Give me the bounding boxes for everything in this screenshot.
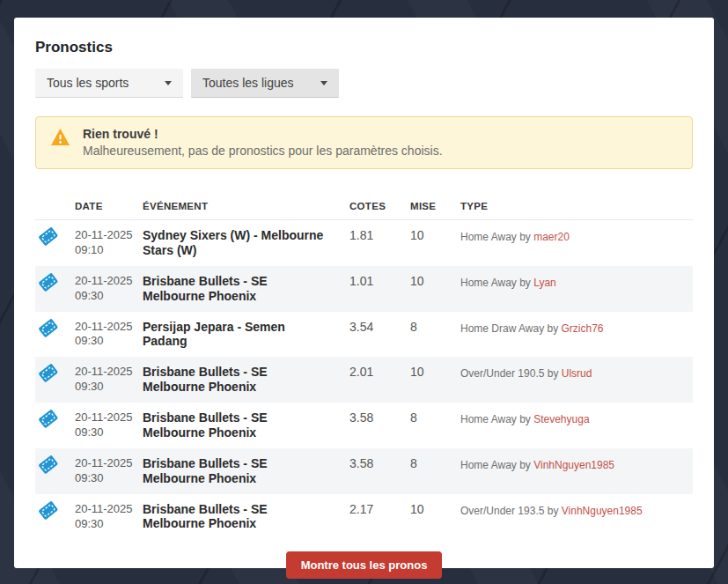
row-time-value: 09:30 <box>75 289 134 304</box>
header-date: DATE <box>75 193 143 220</box>
row-date-value: 20-11-2025 <box>75 274 134 289</box>
row-type-label: Home Draw Away by <box>460 322 558 335</box>
row-date-value: 20-11-2025 <box>75 320 134 335</box>
row-date: 20-11-2025 09:30 <box>75 448 143 494</box>
ticket-icon[interactable] <box>38 317 62 340</box>
ticket-icon[interactable] <box>38 363 62 386</box>
header-type: TYPE <box>460 193 693 220</box>
table-row: 20-11-2025 09:30 Persijap Jepara - Semen… <box>35 312 693 358</box>
row-time-value: 09:30 <box>75 334 134 349</box>
row-type: Home Away by Stevehyuga <box>460 403 693 448</box>
ticket-icon[interactable] <box>38 272 62 295</box>
no-results-alert: Rien trouvé ! Malheureusement, pas de pr… <box>35 116 693 169</box>
table-row: 20-11-2025 09:30 Brisbane Bullets - SE M… <box>35 448 693 494</box>
sport-select[interactable]: Tous les sports <box>35 69 183 98</box>
row-type-label: Home Away by <box>460 459 531 471</box>
row-date-value: 20-11-2025 <box>75 456 134 471</box>
alert-text: Rien trouvé ! Malheureusement, pas de pr… <box>83 127 443 158</box>
row-stake: 10 <box>410 220 460 266</box>
row-event: Sydney Sixers (W) - Melbourne Stars (W) <box>143 220 349 266</box>
table-row: 20-11-2025 09:30 Brisbane Bullets - SE M… <box>35 403 693 448</box>
page-title: Pronostics <box>35 39 693 56</box>
row-icon-cell <box>35 266 75 312</box>
user-link[interactable]: Lyan <box>533 277 556 289</box>
user-link[interactable]: maer20 <box>533 231 570 243</box>
sport-select-value: Tous les sports <box>47 76 129 90</box>
row-time-value: 09:10 <box>75 243 134 258</box>
row-stake: 8 <box>410 403 460 448</box>
row-icon-cell <box>35 312 75 358</box>
row-type: Home Draw Away by Grzich76 <box>460 312 693 358</box>
row-type-label: Home Away by <box>460 231 531 243</box>
show-all-pronos-button[interactable]: Montre tous les pronos <box>286 551 443 579</box>
row-event: Brisbane Bullets - SE Melbourne Phoenix <box>143 357 349 403</box>
ticket-icon[interactable] <box>38 499 62 522</box>
row-date: 20-11-2025 09:30 <box>75 494 143 540</box>
row-date: 20-11-2025 09:30 <box>75 357 143 403</box>
row-odds: 2.17 <box>349 494 410 540</box>
table-row: 20-11-2025 09:30 Brisbane Bullets - SE M… <box>35 357 693 403</box>
row-event: Brisbane Bullets - SE Melbourne Phoenix <box>143 448 349 494</box>
row-icon-cell <box>35 220 75 266</box>
row-date: 20-11-2025 09:30 <box>75 403 143 448</box>
row-date: 20-11-2025 09:10 <box>75 220 143 266</box>
row-stake: 8 <box>410 448 460 494</box>
row-icon-cell <box>35 494 75 540</box>
row-time-value: 09:30 <box>75 380 134 395</box>
row-event: Brisbane Bullets - SE Melbourne Phoenix <box>143 494 349 540</box>
alert-message: Malheureusement, pas de pronostics pour … <box>83 144 443 158</box>
row-event: Brisbane Bullets - SE Melbourne Phoenix <box>143 266 349 312</box>
league-select[interactable]: Toutes les ligues <box>191 69 339 98</box>
row-date: 20-11-2025 09:30 <box>75 266 143 312</box>
user-link[interactable]: Stevehyuga <box>533 413 589 425</box>
row-type-label: Home Away by <box>460 277 531 289</box>
row-event: Brisbane Bullets - SE Melbourne Phoenix <box>143 403 349 448</box>
row-odds: 1.01 <box>349 266 410 312</box>
row-type: Over/Under 193.5 by VinhNguyen1985 <box>460 494 693 540</box>
row-date-value: 20-11-2025 <box>75 502 134 517</box>
user-link[interactable]: VinhNguyen1985 <box>533 459 614 471</box>
header-icon-spacer <box>35 193 75 220</box>
row-date: 20-11-2025 09:30 <box>75 312 143 358</box>
row-stake: 10 <box>410 266 460 312</box>
row-stake: 8 <box>410 312 460 358</box>
row-odds: 3.58 <box>349 403 410 448</box>
row-odds: 3.58 <box>349 448 410 494</box>
table-footer: Montre tous les pronos <box>35 551 693 579</box>
league-select-value: Toutes les ligues <box>202 76 294 90</box>
header-odds: COTES <box>349 193 410 220</box>
header-event: ÉVÉNEMENT <box>143 193 349 220</box>
row-time-value: 09:30 <box>75 517 134 532</box>
row-odds: 2.01 <box>349 357 410 403</box>
row-type-label: Over/Under 190.5 by <box>460 367 558 380</box>
row-date-value: 20-11-2025 <box>75 365 134 380</box>
user-link[interactable]: VinhNguyen1985 <box>562 505 643 517</box>
row-icon-cell <box>35 357 75 403</box>
row-stake: 10 <box>410 357 460 403</box>
row-time-value: 09:30 <box>75 471 134 486</box>
table-row: 20-11-2025 09:10 Sydney Sixers (W) - Mel… <box>35 220 693 266</box>
ticket-icon[interactable] <box>38 226 62 249</box>
row-date-value: 20-11-2025 <box>75 410 134 425</box>
table-row: 20-11-2025 09:30 Brisbane Bullets - SE M… <box>35 266 693 312</box>
filter-bar: Tous les sports Toutes les ligues <box>35 69 693 98</box>
row-odds: 1.81 <box>349 220 410 266</box>
pronostics-card: Pronostics Tous les sports Toutes les li… <box>14 18 714 568</box>
ticket-icon[interactable] <box>38 409 62 432</box>
row-event: Persijap Jepara - Semen Padang <box>143 312 349 358</box>
row-time-value: 09:30 <box>75 425 134 440</box>
row-icon-cell <box>35 448 75 494</box>
row-date-value: 20-11-2025 <box>75 228 134 243</box>
pronostics-table: DATE ÉVÉNEMENT COTES MISE TYPE 20-11-202… <box>35 193 693 539</box>
user-link[interactable]: Ulsrud <box>562 367 592 380</box>
warning-triangle-icon <box>50 127 70 158</box>
ticket-icon[interactable] <box>38 455 62 477</box>
user-link[interactable]: Grzich76 <box>562 322 604 335</box>
row-type-label: Home Away by <box>460 413 531 425</box>
table-header-row: DATE ÉVÉNEMENT COTES MISE TYPE <box>35 193 693 220</box>
row-type: Home Away by Lyan <box>460 266 693 312</box>
header-stake: MISE <box>410 193 460 220</box>
row-stake: 10 <box>410 494 460 540</box>
row-type: Home Away by VinhNguyen1985 <box>460 448 693 494</box>
row-type-label: Over/Under 193.5 by <box>460 505 558 517</box>
